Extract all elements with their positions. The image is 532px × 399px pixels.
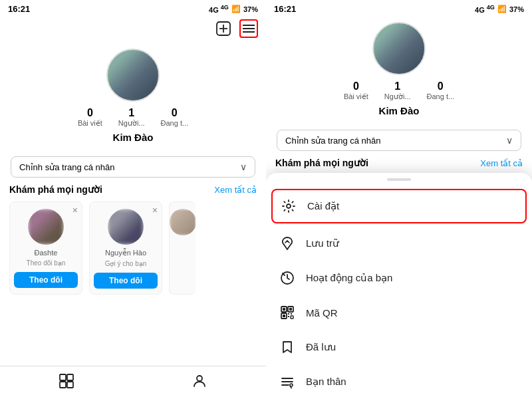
time-right: 16:21 xyxy=(274,4,296,14)
chevron-down-icon-left: ∨ xyxy=(240,162,247,172)
svg-rect-9 xyxy=(67,382,73,388)
svg-rect-19 xyxy=(288,313,289,315)
stat-followers-number-right: 1 xyxy=(394,80,400,92)
bottom-nav-left xyxy=(0,366,266,399)
profile-name-left: Kim Đào xyxy=(113,132,154,143)
close-icon-card-2[interactable]: × xyxy=(152,205,158,215)
profile-name-right: Kim Đào xyxy=(379,105,420,116)
status-bar-left: 16:21 4G 4G 📶 37% xyxy=(0,0,266,17)
stat-following-left: 0 Đang t... xyxy=(161,107,189,128)
bottom-sheet: Cài đặt Lưu trữ Hoạt động của bạn xyxy=(266,173,532,399)
status-icons-right: 4G 4G 📶 37% xyxy=(475,4,524,14)
stat-posts-label-left: Bài viết xyxy=(78,119,102,128)
stat-following-number-right: 0 xyxy=(438,80,444,92)
stat-following-label-left: Đang t... xyxy=(161,119,189,127)
svg-rect-20 xyxy=(291,313,292,315)
edit-profile-label-right: Chỉnh sửa trang cá nhân xyxy=(285,136,502,146)
time-left: 16:21 xyxy=(8,4,30,14)
sheet-item-settings-label: Cài đặt xyxy=(307,200,339,212)
activity-icon xyxy=(279,270,295,286)
stat-followers-label-right: Người... xyxy=(384,92,411,101)
sheet-item-settings[interactable]: Cài đặt xyxy=(271,189,527,223)
profile-nav-icon[interactable] xyxy=(192,373,207,393)
sheet-handle xyxy=(387,178,411,181)
follow-button-1[interactable]: Theo dõi xyxy=(14,272,78,288)
battery-icon-right: 37% xyxy=(509,5,524,13)
discover-title-right: Khám phá mọi người xyxy=(275,158,368,168)
edit-profile-button-left[interactable]: Chỉnh sửa trang cá nhân ∨ xyxy=(11,156,255,178)
sheet-item-qr[interactable]: Mã QR xyxy=(266,295,532,330)
archive-icon xyxy=(279,235,295,251)
svg-point-11 xyxy=(287,204,291,208)
avatar-right xyxy=(372,22,426,75)
discover-card-1: × Đashte Theo dõi bạn Theo dõi xyxy=(9,201,82,295)
discover-header-left: Khám phá mọi người Xem tất cả xyxy=(9,184,257,195)
chevron-down-icon-right: ∨ xyxy=(506,135,513,146)
stat-following-label-right: Đang t... xyxy=(427,92,455,100)
svg-rect-18 xyxy=(283,315,285,317)
svg-rect-8 xyxy=(60,382,66,388)
stat-posts-number-left: 0 xyxy=(87,107,93,119)
stats-row-right: 0 Bài viết 1 Người... 0 Đang t... xyxy=(344,80,454,101)
discover-card-3 xyxy=(169,201,196,295)
signal-icon-right: 4G 4G xyxy=(475,4,495,14)
wifi-icon-left: 📶 xyxy=(231,5,241,13)
sheet-item-close-friends[interactable]: Bạn thân xyxy=(266,364,532,399)
sheet-item-activity[interactable]: Hoạt động của bạn xyxy=(266,261,532,295)
sheet-item-close-friends-label: Bạn thân xyxy=(306,376,346,388)
signal-icon-left: 4G 4G xyxy=(209,4,229,14)
see-all-left[interactable]: Xem tất cả xyxy=(214,185,257,195)
status-bar-right: 16:21 4G 4G 📶 37% xyxy=(266,0,532,17)
right-phone-panel: 16:21 4G 4G 📶 37% 0 Bài viết 1 Người... … xyxy=(266,0,532,399)
close-icon-card-1[interactable]: × xyxy=(72,205,78,215)
status-icons-left: 4G 4G 📶 37% xyxy=(209,4,258,14)
sheet-item-activity-label: Hoạt động của bạn xyxy=(306,272,392,284)
sheet-item-saved[interactable]: Đã lưu xyxy=(266,330,532,364)
edit-profile-button-right[interactable]: Chỉnh sửa trang cá nhân ∨ xyxy=(277,130,521,151)
card-sub-1: Theo dõi bạn xyxy=(27,259,66,267)
stat-posts-left: 0 Bài viết xyxy=(78,107,102,128)
stat-following-number-left: 0 xyxy=(172,107,178,119)
sheet-item-archive-label: Lưu trữ xyxy=(306,237,339,249)
svg-point-10 xyxy=(197,376,202,381)
discover-title-left: Khám phá mọi người xyxy=(9,184,102,195)
stat-followers-number-left: 1 xyxy=(128,107,134,119)
svg-rect-17 xyxy=(289,308,292,311)
menu-icon[interactable] xyxy=(239,19,258,38)
card-avatar-3 xyxy=(170,209,196,235)
svg-rect-7 xyxy=(67,374,73,380)
avatar-left xyxy=(106,49,160,102)
discover-card-2: × Nguyễn Hào Gợi ý cho bạn Theo dõi xyxy=(89,201,162,295)
profile-section-right: 0 Bài viết 1 Người... 0 Đang t... Kim Đà… xyxy=(266,17,532,123)
card-avatar-1 xyxy=(28,209,64,245)
card-name-1: Đashte xyxy=(35,249,58,257)
sheet-item-archive[interactable]: Lưu trữ xyxy=(266,226,532,261)
svg-rect-22 xyxy=(291,316,293,319)
discover-section-left: Khám phá mọi người Xem tất cả × Đashte T… xyxy=(0,178,266,295)
stat-posts-label-right: Bài viết xyxy=(344,92,368,101)
gear-icon xyxy=(281,198,297,214)
sheet-item-qr-label: Mã QR xyxy=(306,307,338,319)
card-sub-2: Gợi ý cho bạn xyxy=(105,260,147,267)
stat-followers-label-left: Người... xyxy=(118,119,145,128)
qr-icon xyxy=(279,305,295,321)
edit-profile-label-left: Chỉnh sửa trang cá nhân xyxy=(19,162,236,172)
discover-header-right: Khám phá mọi người Xem tất cả xyxy=(275,158,523,168)
svg-point-26 xyxy=(290,384,293,386)
stat-posts-number-right: 0 xyxy=(353,80,359,92)
card-name-2: Nguyễn Hào xyxy=(105,249,146,257)
grid-nav-icon[interactable] xyxy=(59,373,74,393)
follow-button-2[interactable]: Theo dõi xyxy=(94,273,158,289)
stat-followers-left: 1 Người... xyxy=(118,107,145,128)
left-phone-panel: 16:21 4G 4G 📶 37% xyxy=(0,0,266,399)
sheet-item-saved-label: Đã lưu xyxy=(306,341,336,353)
svg-rect-21 xyxy=(288,316,289,317)
stat-followers-right: 1 Người... xyxy=(384,80,411,101)
bookmark-icon xyxy=(279,339,295,355)
profile-section-left: 0 Bài viết 1 Người... 0 Đang t... Kim Đà… xyxy=(0,43,266,150)
stat-following-right: 0 Đang t... xyxy=(427,80,455,101)
top-bar-left xyxy=(0,17,266,43)
battery-icon-left: 37% xyxy=(243,5,258,13)
add-post-icon[interactable] xyxy=(214,19,233,38)
see-all-right[interactable]: Xem tất cả xyxy=(480,158,523,168)
